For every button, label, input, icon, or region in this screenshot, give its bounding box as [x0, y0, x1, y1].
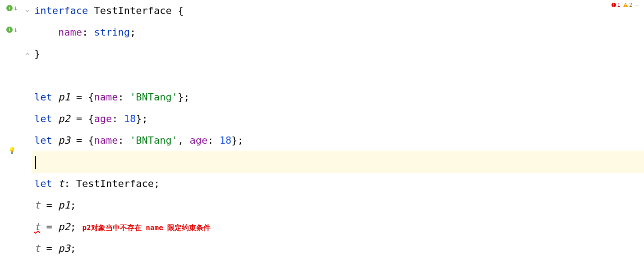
variable: p3 — [58, 135, 70, 146]
space — [52, 91, 58, 103]
arrow-down-icon: ↓ — [14, 4, 18, 12]
property: age — [94, 113, 112, 124]
punct: ; — [70, 221, 76, 232]
code-line[interactable]: name: string; — [32, 22, 644, 43]
string: 'BNTang' — [130, 135, 178, 146]
punct: ; — [154, 178, 160, 189]
punct: ; — [70, 200, 76, 211]
error-count[interactable]: 1 — [611, 2, 621, 8]
editor-gutter: I ↓ I ↓ — [0, 0, 32, 259]
variable-error: t — [34, 221, 40, 232]
chevron-up-icon[interactable]: ︿ — [635, 2, 639, 8]
punct: = { — [70, 113, 94, 124]
punct: : — [118, 135, 130, 146]
svg-rect-3 — [626, 4, 626, 5]
punct: : — [207, 135, 220, 146]
punct: = — [40, 243, 58, 254]
inspection-bar[interactable]: 1 2 ︿ — [611, 2, 639, 8]
punct: = { — [70, 91, 94, 103]
property: age — [189, 135, 207, 146]
punct: { — [172, 5, 184, 16]
punct: ; — [130, 27, 136, 38]
code-line[interactable]: let t: TestInterface; — [32, 173, 644, 195]
svg-rect-4 — [626, 6, 626, 6]
variable: p2 — [58, 221, 70, 232]
punct: : — [64, 178, 76, 189]
variable: t — [34, 200, 40, 211]
number: 18 — [220, 135, 232, 146]
punct: : — [112, 113, 124, 124]
punct: = — [40, 221, 58, 232]
code-line[interactable]: interface TestInterface { — [32, 0, 644, 22]
punct: = { — [70, 135, 94, 146]
keyword: let — [34, 178, 52, 189]
interface-gutter-icon[interactable]: I ↓ — [6, 4, 18, 12]
code-line-active[interactable] — [32, 151, 644, 173]
code-line[interactable]: let p2 = {age: 18}; — [32, 108, 644, 130]
variable: t — [34, 243, 40, 254]
code-line[interactable]: t = p3; — [32, 238, 644, 259]
code-line[interactable]: t = p1; — [32, 195, 644, 216]
code-line[interactable]: let p1 = {name: 'BNTang'}; — [32, 86, 644, 108]
space — [52, 178, 58, 189]
type-name: TestInterface — [94, 5, 171, 16]
property: name — [94, 91, 118, 103]
interface-gutter-icon[interactable]: I ↓ — [6, 25, 18, 34]
indent — [34, 27, 58, 38]
punct: }; — [178, 91, 190, 103]
punct: : — [82, 27, 94, 38]
bulb-icon[interactable]: 💡 — [8, 147, 16, 154]
cursor — [35, 156, 36, 169]
variable: p1 — [58, 200, 70, 211]
warning-icon — [623, 2, 628, 8]
arrow-down-icon: ↓ — [14, 25, 18, 34]
variable: p2 — [58, 113, 70, 124]
punct: ; — [70, 243, 76, 254]
number: 18 — [124, 113, 136, 124]
string: 'BNTang' — [130, 91, 178, 103]
code-editor: I ↓ I ↓ 💡 interface TestInterface { name… — [0, 0, 644, 259]
interface-badge: I — [6, 27, 13, 33]
code-line[interactable]: } — [32, 43, 644, 65]
code-line[interactable] — [32, 65, 644, 86]
svg-rect-2 — [613, 6, 614, 6]
keyword: let — [34, 113, 52, 124]
code-content[interactable]: 💡 interface TestInterface { name: string… — [32, 0, 644, 259]
variable: p1 — [58, 91, 70, 103]
punct: }; — [231, 135, 244, 146]
warning-count[interactable]: 2 — [623, 2, 632, 8]
keyword: let — [34, 91, 52, 103]
error-annotation: p2对象当中不存在 name 限定约束条件 — [78, 223, 211, 232]
punct: , — [178, 135, 190, 146]
punct: = — [40, 200, 58, 211]
keyword: interface — [34, 5, 88, 16]
fold-start-icon[interactable] — [25, 6, 30, 15]
punct: } — [34, 48, 40, 59]
punct: }; — [136, 113, 148, 124]
svg-rect-1 — [613, 4, 614, 5]
interface-badge: I — [6, 5, 13, 11]
code-line[interactable]: t = p2; p2对象当中不存在 name 限定约束条件 — [32, 216, 644, 238]
type-name: TestInterface — [76, 178, 154, 189]
error-number: 1 — [617, 2, 621, 8]
variable: p3 — [58, 243, 70, 254]
code-line[interactable]: let p3 = {name: 'BNTang', age: 18}; — [32, 130, 644, 151]
space — [52, 113, 58, 124]
property: name — [58, 27, 82, 38]
error-icon — [611, 2, 616, 8]
keyword: let — [34, 135, 52, 146]
property: name — [94, 135, 118, 146]
space — [52, 135, 58, 146]
type: string — [94, 27, 129, 38]
warning-number: 2 — [629, 2, 632, 8]
fold-end-icon[interactable] — [25, 50, 30, 59]
variable: t — [58, 178, 64, 189]
punct: : — [118, 91, 130, 103]
